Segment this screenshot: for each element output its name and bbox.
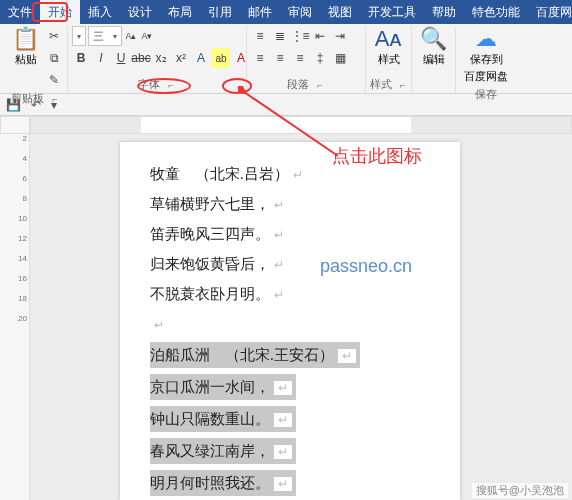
underline-button[interactable]: U bbox=[112, 48, 130, 68]
align-right-button[interactable]: ≡ bbox=[291, 48, 309, 68]
styles-dialog-launcher[interactable]: ⌐ bbox=[398, 80, 407, 90]
tab-insert[interactable]: 插入 bbox=[80, 0, 120, 24]
save-top-label: 保存到 bbox=[470, 52, 503, 67]
selected-text-block: 泊船瓜洲 （北宋.王安石）↵ 京口瓜洲一水间，↵ 钟山只隔数重山。↵ 春风又绿江… bbox=[150, 342, 430, 500]
editing-button[interactable]: 🔍 编辑 bbox=[416, 26, 451, 69]
paste-label: 粘贴 bbox=[15, 52, 37, 67]
tab-baidu[interactable]: 百度网盘 bbox=[528, 0, 572, 24]
multilevel-list-button[interactable]: ⋮≡ bbox=[291, 26, 309, 46]
styles-label: 样式 bbox=[378, 52, 400, 67]
group-editing: 🔍 编辑 bbox=[412, 26, 456, 93]
clipboard-group-label: 剪贴板 bbox=[11, 91, 44, 106]
italic-button[interactable]: I bbox=[92, 48, 110, 68]
horizontal-ruler-area bbox=[0, 116, 572, 134]
poem1-line: 笛弄晚风三四声。↵ bbox=[150, 222, 430, 246]
tab-view[interactable]: 视图 bbox=[320, 0, 360, 24]
horizontal-ruler[interactable] bbox=[30, 116, 572, 134]
font-name-combo[interactable]: ▾ bbox=[72, 26, 86, 46]
tab-special[interactable]: 特色功能 bbox=[464, 0, 528, 24]
poem2-line: 春风又绿江南岸，↵ bbox=[150, 438, 296, 464]
strikethrough-button[interactable]: abc bbox=[132, 48, 150, 68]
superscript-button[interactable]: x² bbox=[172, 48, 190, 68]
align-center-button[interactable]: ≡ bbox=[271, 48, 289, 68]
font-size-combo[interactable]: 三 ▾ bbox=[88, 26, 122, 46]
shading-button[interactable]: ▦ bbox=[331, 48, 349, 68]
line-spacing-button[interactable]: ‡ bbox=[311, 48, 329, 68]
poem2-line: 京口瓜洲一水间，↵ bbox=[150, 374, 296, 400]
subscript-button[interactable]: x₂ bbox=[152, 48, 170, 68]
increase-indent-button[interactable]: ⇥ bbox=[331, 26, 349, 46]
paragraph-group-label: 段落 bbox=[287, 77, 309, 92]
tab-home[interactable]: 开始 bbox=[40, 0, 80, 24]
editing-label: 编辑 bbox=[423, 52, 445, 67]
menu-tab-bar: 文件 开始 插入 设计 布局 引用 邮件 审阅 视图 开发工具 帮助 特色功能 … bbox=[0, 0, 572, 24]
tab-help[interactable]: 帮助 bbox=[424, 0, 464, 24]
cloud-save-icon: ☁ bbox=[475, 28, 497, 50]
font-group-label: 字体 bbox=[138, 77, 160, 92]
tab-developer[interactable]: 开发工具 bbox=[360, 0, 424, 24]
tab-file[interactable]: 文件 bbox=[0, 0, 40, 24]
watermark-text: passneo.cn bbox=[320, 256, 412, 277]
chevron-down-icon: ▾ bbox=[77, 32, 81, 41]
poem1-line: 草铺横野六七里，↵ bbox=[150, 192, 430, 216]
bullets-button[interactable]: ≡ bbox=[251, 26, 269, 46]
numbering-button[interactable]: ≣ bbox=[271, 26, 289, 46]
font-size-value: 三 bbox=[93, 29, 104, 44]
empty-para: ↵ bbox=[150, 312, 430, 336]
tab-review[interactable]: 审阅 bbox=[280, 0, 320, 24]
document-page[interactable]: 牧童 （北宋.吕岩）↵ 草铺横野六七里，↵ 笛弄晚风三四声。↵ 归来饱饭黄昏后，… bbox=[120, 142, 460, 500]
chevron-down-icon: ▾ bbox=[113, 32, 117, 41]
grow-font-button[interactable]: A▴ bbox=[124, 26, 138, 46]
highlight-button[interactable]: ab bbox=[212, 48, 230, 68]
shrink-font-button[interactable]: A▾ bbox=[140, 26, 154, 46]
tab-references[interactable]: 引用 bbox=[200, 0, 240, 24]
save-bottom-label: 百度网盘 bbox=[464, 69, 508, 84]
paste-icon: 📋 bbox=[12, 28, 39, 50]
styles-icon: Aᴀ bbox=[375, 28, 403, 50]
tab-mailings[interactable]: 邮件 bbox=[240, 0, 280, 24]
paragraph-dialog-launcher[interactable]: ⌐ bbox=[315, 80, 324, 90]
cut-button[interactable]: ✂ bbox=[45, 26, 63, 46]
group-clipboard: 📋 粘贴 ✂ ⧉ ✎ 剪贴板 ⌐ bbox=[4, 26, 68, 93]
decrease-indent-button[interactable]: ⇤ bbox=[311, 26, 329, 46]
tab-design[interactable]: 设计 bbox=[120, 0, 160, 24]
find-icon: 🔍 bbox=[420, 28, 447, 50]
clipboard-dialog-launcher[interactable]: ⌐ bbox=[50, 94, 59, 104]
group-font: ▾ 三 ▾ A▴ A▾ B I U abc x₂ x² A ab A bbox=[68, 26, 247, 93]
save-group-label: 保存 bbox=[475, 87, 497, 102]
format-painter-button[interactable]: ✎ bbox=[45, 70, 63, 90]
group-paragraph: ≡ ≣ ⋮≡ ⇤ ⇥ ≡ ≡ ≡ ‡ ▦ 段落 ⌐ bbox=[247, 26, 366, 93]
poem2-title: 泊船瓜洲 （北宋.王安石）↵ bbox=[150, 342, 360, 368]
bold-button[interactable]: B bbox=[72, 48, 90, 68]
group-styles: Aᴀ 样式 样式 ⌐ bbox=[366, 26, 412, 93]
copy-button[interactable]: ⧉ bbox=[45, 48, 63, 68]
group-save: ☁ 保存到 百度网盘 保存 bbox=[456, 26, 516, 93]
footer-credit: 搜狐号@小吴泡泡 bbox=[472, 483, 568, 498]
poem2-line: 钟山只隔数重山。↵ bbox=[150, 406, 296, 432]
styles-group-label: 样式 bbox=[370, 77, 392, 92]
poem1-line: 不脱蓑衣卧月明。↵ bbox=[150, 282, 430, 306]
align-left-button[interactable]: ≡ bbox=[251, 48, 269, 68]
ribbon: 📋 粘贴 ✂ ⧉ ✎ 剪贴板 ⌐ ▾ 三 ▾ bbox=[0, 24, 572, 94]
document-area: 246810 1214161820 牧童 （北宋.吕岩）↵ 草铺横野六七里，↵ … bbox=[0, 134, 572, 500]
font-dialog-launcher[interactable]: ⌐ bbox=[166, 80, 175, 90]
tab-layout[interactable]: 布局 bbox=[160, 0, 200, 24]
paste-button[interactable]: 📋 粘贴 bbox=[8, 26, 43, 69]
save-baidu-button[interactable]: ☁ 保存到 百度网盘 bbox=[460, 26, 512, 86]
styles-button[interactable]: Aᴀ 样式 bbox=[371, 26, 407, 69]
vertical-ruler[interactable]: 246810 1214161820 bbox=[0, 134, 30, 500]
ruler-corner bbox=[0, 116, 30, 134]
text-effects-button[interactable]: A bbox=[192, 48, 210, 68]
poem2-line: 明月何时照我还。↵ bbox=[150, 470, 296, 496]
annotation-text: 点击此图标 bbox=[332, 144, 422, 168]
